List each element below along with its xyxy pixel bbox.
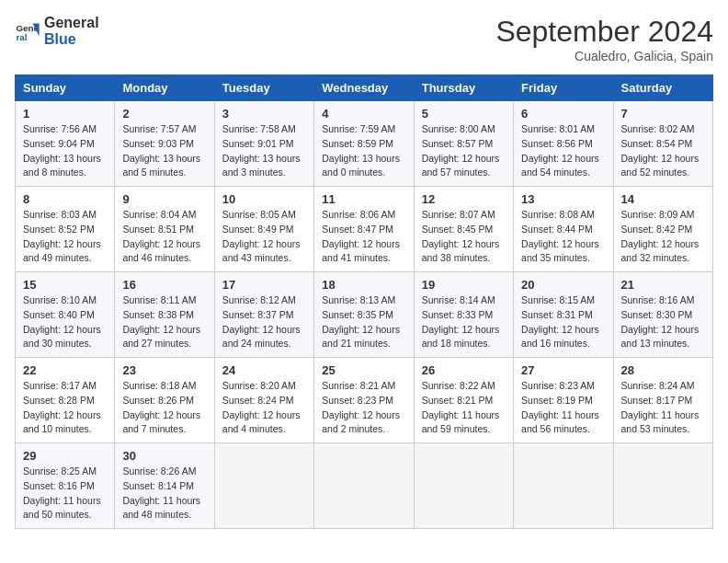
day-detail: Sunrise: 8:24 AMSunset: 8:17 PMDaylight:… [621, 379, 705, 437]
calendar-cell: 27Sunrise: 8:23 AMSunset: 8:19 PMDayligh… [514, 358, 613, 443]
day-detail: Sunrise: 8:11 AMSunset: 8:38 PMDaylight:… [122, 293, 206, 351]
calendar-cell: 3Sunrise: 7:58 AMSunset: 9:01 PMDaylight… [214, 101, 313, 187]
calendar-cell: 17Sunrise: 8:12 AMSunset: 8:37 PMDayligh… [214, 272, 313, 358]
day-number: 22 [23, 363, 107, 377]
day-number: 6 [521, 107, 605, 121]
day-number: 25 [322, 363, 405, 377]
day-number: 12 [422, 192, 506, 206]
calendar-cell [314, 443, 414, 529]
calendar-cell [214, 443, 313, 529]
calendar-body: 1Sunrise: 7:56 AMSunset: 9:04 PMDaylight… [16, 101, 713, 529]
calendar-cell: 7Sunrise: 8:02 AMSunset: 8:54 PMDaylight… [613, 101, 712, 187]
day-number: 1 [23, 107, 107, 121]
calendar-week-row: 1Sunrise: 7:56 AMSunset: 9:04 PMDaylight… [16, 101, 713, 187]
day-number: 29 [23, 449, 107, 463]
day-detail: Sunrise: 8:08 AMSunset: 8:44 PMDaylight:… [521, 208, 605, 266]
calendar-day-header: Sunday [16, 75, 115, 101]
logo-icon: Gene ral [15, 18, 40, 44]
day-detail: Sunrise: 8:04 AMSunset: 8:51 PMDaylight:… [122, 208, 206, 266]
day-detail: Sunrise: 8:23 AMSunset: 8:19 PMDaylight:… [521, 379, 605, 437]
day-detail: Sunrise: 8:09 AMSunset: 8:42 PMDaylight:… [621, 208, 705, 266]
day-detail: Sunrise: 8:20 AMSunset: 8:24 PMDaylight:… [222, 379, 306, 437]
day-number: 21 [621, 278, 705, 292]
calendar-day-header: Monday [115, 75, 214, 101]
day-number: 24 [222, 363, 306, 377]
day-number: 8 [23, 192, 107, 206]
day-detail: Sunrise: 8:18 AMSunset: 8:26 PMDaylight:… [122, 379, 206, 437]
title-block: September 2024 Cualedro, Galicia, Spain [495, 15, 713, 63]
day-number: 20 [521, 278, 605, 292]
calendar-day-header: Wednesday [314, 75, 414, 101]
calendar-day-header: Friday [514, 75, 613, 101]
calendar-cell: 1Sunrise: 7:56 AMSunset: 9:04 PMDaylight… [16, 101, 115, 187]
calendar-cell: 10Sunrise: 8:05 AMSunset: 8:49 PMDayligh… [214, 187, 313, 272]
calendar-cell: 19Sunrise: 8:14 AMSunset: 8:33 PMDayligh… [414, 272, 513, 358]
day-detail: Sunrise: 7:58 AMSunset: 9:01 PMDaylight:… [222, 122, 306, 180]
calendar-cell: 24Sunrise: 8:20 AMSunset: 8:24 PMDayligh… [214, 358, 313, 443]
day-number: 26 [422, 363, 506, 377]
day-detail: Sunrise: 8:12 AMSunset: 8:37 PMDaylight:… [222, 293, 306, 351]
calendar-cell: 26Sunrise: 8:22 AMSunset: 8:21 PMDayligh… [414, 358, 513, 443]
day-number: 10 [222, 192, 306, 206]
day-number: 9 [122, 192, 206, 206]
day-detail: Sunrise: 8:21 AMSunset: 8:23 PMDaylight:… [322, 379, 405, 437]
calendar-cell: 18Sunrise: 8:13 AMSunset: 8:35 PMDayligh… [314, 272, 414, 358]
calendar-week-row: 8Sunrise: 8:03 AMSunset: 8:52 PMDaylight… [16, 187, 713, 272]
day-number: 5 [422, 107, 506, 121]
calendar-cell: 16Sunrise: 8:11 AMSunset: 8:38 PMDayligh… [115, 272, 214, 358]
calendar-week-row: 15Sunrise: 8:10 AMSunset: 8:40 PMDayligh… [16, 272, 713, 358]
calendar-cell: 6Sunrise: 8:01 AMSunset: 8:56 PMDaylight… [514, 101, 613, 187]
day-number: 15 [23, 278, 107, 292]
day-detail: Sunrise: 8:01 AMSunset: 8:56 PMDaylight:… [521, 122, 605, 180]
day-detail: Sunrise: 8:03 AMSunset: 8:52 PMDaylight:… [23, 208, 107, 266]
calendar-table: SundayMondayTuesdayWednesdayThursdayFrid… [15, 75, 713, 529]
day-detail: Sunrise: 8:22 AMSunset: 8:21 PMDaylight:… [422, 379, 506, 437]
calendar-week-row: 29Sunrise: 8:25 AMSunset: 8:16 PMDayligh… [16, 443, 713, 529]
day-detail: Sunrise: 8:16 AMSunset: 8:30 PMDaylight:… [621, 293, 705, 351]
day-detail: Sunrise: 8:06 AMSunset: 8:47 PMDaylight:… [322, 208, 405, 266]
day-number: 7 [621, 107, 705, 121]
calendar-cell: 11Sunrise: 8:06 AMSunset: 8:47 PMDayligh… [314, 187, 414, 272]
calendar-header-row: SundayMondayTuesdayWednesdayThursdayFrid… [16, 75, 713, 101]
calendar-cell: 28Sunrise: 8:24 AMSunset: 8:17 PMDayligh… [613, 358, 712, 443]
day-detail: Sunrise: 8:15 AMSunset: 8:31 PMDaylight:… [521, 293, 605, 351]
calendar-cell [514, 443, 613, 529]
day-detail: Sunrise: 8:05 AMSunset: 8:49 PMDaylight:… [222, 208, 306, 266]
day-detail: Sunrise: 7:56 AMSunset: 9:04 PMDaylight:… [23, 122, 107, 180]
day-detail: Sunrise: 8:02 AMSunset: 8:54 PMDaylight:… [621, 122, 705, 180]
calendar-cell: 13Sunrise: 8:08 AMSunset: 8:44 PMDayligh… [514, 187, 613, 272]
day-number: 4 [322, 107, 405, 121]
calendar-cell [414, 443, 513, 529]
calendar-cell: 29Sunrise: 8:25 AMSunset: 8:16 PMDayligh… [16, 443, 115, 529]
day-detail: Sunrise: 8:26 AMSunset: 8:14 PMDaylight:… [122, 465, 206, 523]
day-number: 16 [122, 278, 206, 292]
calendar-cell: 9Sunrise: 8:04 AMSunset: 8:51 PMDaylight… [115, 187, 214, 272]
day-detail: Sunrise: 8:13 AMSunset: 8:35 PMDaylight:… [322, 293, 405, 351]
calendar-cell: 8Sunrise: 8:03 AMSunset: 8:52 PMDaylight… [16, 187, 115, 272]
day-detail: Sunrise: 8:25 AMSunset: 8:16 PMDaylight:… [23, 465, 107, 523]
day-number: 19 [422, 278, 506, 292]
day-number: 2 [122, 107, 206, 121]
calendar-cell: 12Sunrise: 8:07 AMSunset: 8:45 PMDayligh… [414, 187, 513, 272]
day-number: 13 [521, 192, 605, 206]
page-header: Gene ral General Blue September 2024 Cua… [15, 15, 713, 63]
calendar-cell: 22Sunrise: 8:17 AMSunset: 8:28 PMDayligh… [16, 358, 115, 443]
day-number: 17 [222, 278, 306, 292]
calendar-cell: 5Sunrise: 8:00 AMSunset: 8:57 PMDaylight… [414, 101, 513, 187]
day-detail: Sunrise: 8:10 AMSunset: 8:40 PMDaylight:… [23, 293, 107, 351]
calendar-cell: 20Sunrise: 8:15 AMSunset: 8:31 PMDayligh… [514, 272, 613, 358]
calendar-cell: 21Sunrise: 8:16 AMSunset: 8:30 PMDayligh… [613, 272, 712, 358]
day-number: 11 [322, 192, 405, 206]
day-number: 14 [621, 192, 705, 206]
day-detail: Sunrise: 8:07 AMSunset: 8:45 PMDaylight:… [422, 208, 506, 266]
day-number: 28 [621, 363, 705, 377]
calendar-cell: 2Sunrise: 7:57 AMSunset: 9:03 PMDaylight… [115, 101, 214, 187]
calendar-day-header: Saturday [613, 75, 712, 101]
calendar-day-header: Thursday [414, 75, 513, 101]
calendar-cell [613, 443, 712, 529]
day-detail: Sunrise: 8:14 AMSunset: 8:33 PMDaylight:… [422, 293, 506, 351]
day-detail: Sunrise: 8:17 AMSunset: 8:28 PMDaylight:… [23, 379, 107, 437]
day-number: 27 [521, 363, 605, 377]
day-detail: Sunrise: 7:57 AMSunset: 9:03 PMDaylight:… [122, 122, 206, 180]
calendar-day-header: Tuesday [214, 75, 313, 101]
